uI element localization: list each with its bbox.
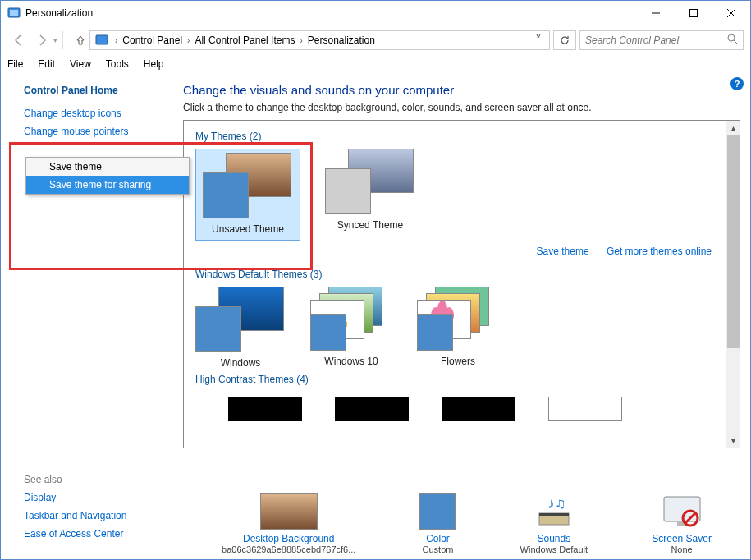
chevron-right-icon[interactable]: › [113, 36, 119, 45]
scroll-down-icon[interactable]: ▾ [726, 434, 740, 448]
section-my-themes: My Themes (2) [195, 131, 728, 142]
scroll-thumb[interactable] [727, 135, 740, 348]
sounds-label: Sounds [520, 533, 588, 544]
breadcrumb-control-panel[interactable]: Control Panel [119, 34, 185, 46]
theme-unsaved[interactable]: Unsaved Theme [195, 149, 300, 241]
theme-flowers[interactable]: Flowers [417, 287, 499, 369]
color-setting[interactable]: Color Custom [419, 493, 456, 554]
theme-windows10[interactable]: Windows 10 [310, 287, 392, 369]
breadcrumb-personalization[interactable]: Personalization [305, 34, 378, 46]
minimize-button[interactable] [637, 1, 675, 25]
section-high-contrast: High Contrast Themes (4) [195, 374, 728, 385]
color-value: Custom [419, 544, 456, 554]
close-button[interactable] [712, 1, 750, 25]
address-bar[interactable]: › Control Panel › All Control Panel Item… [89, 30, 550, 50]
high-contrast-theme-1[interactable] [228, 397, 302, 421]
control-panel-home-link[interactable]: Control Panel Home [24, 85, 173, 96]
menu-tools[interactable]: Tools [106, 58, 129, 70]
forward-button[interactable] [30, 29, 53, 52]
search-input[interactable]: Search Control Panel [579, 30, 744, 50]
svg-rect-14 [539, 513, 569, 516]
svg-rect-3 [690, 10, 698, 17]
desktop-background-label: Desktop Background [222, 533, 355, 544]
history-dropdown-icon[interactable]: ▾ [53, 36, 57, 44]
menu-file[interactable]: File [7, 58, 23, 70]
page-subtitle: Click a theme to change the desktop back… [183, 102, 740, 113]
maximize-button[interactable] [675, 1, 712, 25]
personalization-icon [7, 7, 21, 20]
see-also-taskbar[interactable]: Taskbar and Navigation [24, 510, 126, 521]
page-heading: Change the visuals and sounds on your co… [183, 83, 740, 97]
themes-panel: My Themes (2) Unsaved Theme [183, 120, 740, 448]
svg-rect-6 [96, 35, 108, 44]
get-more-themes-link[interactable]: Get more themes online [607, 246, 712, 257]
high-contrast-theme-4[interactable] [548, 397, 622, 421]
menu-edit[interactable]: Edit [38, 58, 55, 70]
address-dropdown-icon[interactable]: ˅ [531, 32, 546, 48]
theme-unsaved-label: Unsaved Theme [203, 223, 293, 235]
desktop-background-value: ba06c3629a6e8885cebd767cf6... [222, 544, 355, 554]
personalization-small-icon [95, 34, 108, 47]
sidebar-change-desktop-icons[interactable]: Change desktop icons [24, 108, 173, 119]
see-also-ease-of-access[interactable]: Ease of Access Center [24, 528, 126, 539]
menu-help[interactable]: Help [144, 58, 164, 70]
high-contrast-theme-2[interactable] [335, 397, 409, 421]
see-also-header: See also [24, 474, 126, 485]
chevron-right-icon[interactable]: › [298, 36, 304, 45]
screen-saver-value: None [652, 544, 712, 554]
save-theme-link[interactable]: Save theme [537, 246, 589, 257]
scroll-up-icon[interactable]: ▴ [726, 121, 740, 135]
desktop-background-setting[interactable]: Desktop Background ba06c3629a6e8885cebd7… [222, 493, 355, 554]
back-button[interactable] [7, 29, 30, 52]
breadcrumb-all-items[interactable]: All Control Panel Items [191, 34, 298, 46]
search-icon [727, 33, 738, 48]
color-label: Color [419, 533, 456, 544]
context-menu: Save theme Save theme for sharing [25, 157, 190, 195]
screen-saver-icon [657, 493, 707, 530]
screen-saver-setting[interactable]: Screen Saver None [652, 493, 712, 554]
theme-flowers-label: Flowers [417, 356, 499, 367]
sounds-icon: ♪♫ [529, 493, 579, 530]
svg-line-8 [734, 40, 737, 44]
window-title: Personalization [25, 7, 637, 19]
svg-text:♪♫: ♪♫ [547, 495, 566, 512]
themes-scrollbar[interactable]: ▴ ▾ [726, 121, 740, 448]
chevron-right-icon[interactable]: › [185, 36, 191, 45]
context-save-theme[interactable]: Save theme [26, 158, 189, 176]
sidebar-change-mouse-pointers[interactable]: Change mouse pointers [24, 126, 173, 137]
theme-synced[interactable]: Synced Theme [325, 149, 415, 241]
context-save-theme-for-sharing[interactable]: Save theme for sharing [26, 176, 189, 194]
search-placeholder: Search Control Panel [585, 34, 727, 46]
high-contrast-theme-3[interactable] [442, 397, 515, 421]
screen-saver-label: Screen Saver [652, 533, 712, 544]
theme-synced-label: Synced Theme [325, 219, 415, 231]
svg-point-7 [728, 34, 735, 41]
theme-windows10-label: Windows 10 [310, 356, 392, 367]
svg-rect-1 [10, 10, 18, 16]
menu-view[interactable]: View [70, 58, 91, 70]
theme-windows[interactable]: Windows [195, 287, 286, 369]
sounds-value: Windows Default [520, 544, 588, 554]
refresh-button[interactable] [553, 30, 576, 50]
sounds-setting[interactable]: ♪♫ Sounds Windows Default [520, 493, 588, 554]
up-button[interactable] [71, 31, 89, 49]
see-also-display[interactable]: Display [24, 492, 126, 503]
section-default-themes: Windows Default Themes (3) [195, 269, 728, 280]
theme-windows-label: Windows [195, 357, 286, 369]
